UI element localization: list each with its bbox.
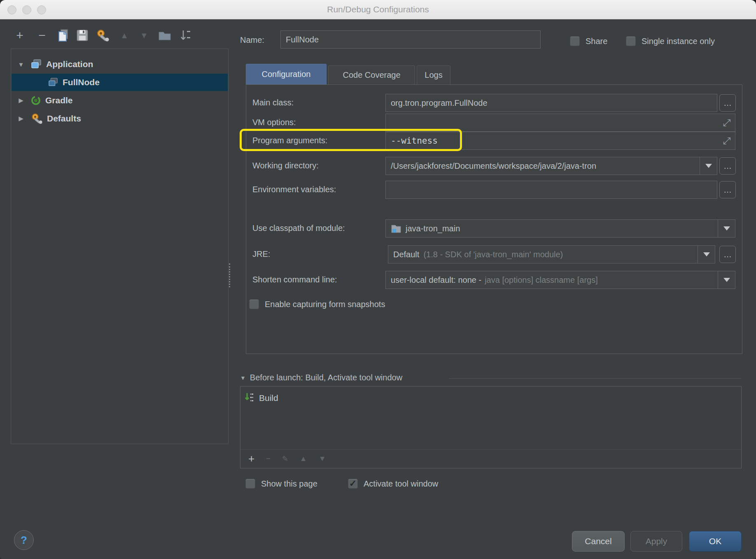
jre-browse-button[interactable]: … [719,246,736,263]
tree-item-label: FullNode [63,77,100,87]
name-input[interactable]: FullNode [280,30,541,49]
more-icon: … [723,250,732,259]
run-debug-configurations-dialog: Run/Debug Configurations + − [0,0,756,559]
chevron-down-icon [703,252,710,256]
move-down-button[interactable]: ▼ [137,27,152,44]
snapshots-label: Enable capturing form snapshots [265,300,385,309]
working-directory-dropdown-button[interactable] [700,157,717,175]
chevron-down-icon [723,278,730,282]
shorten-command-line-combobox[interactable]: user-local default: none - java [options… [385,271,735,289]
minus-icon: − [38,29,46,42]
share-label: Share [586,37,607,46]
tab-code-coverage[interactable]: Code Coverage [328,65,415,84]
name-label: Name: [240,35,264,45]
activate-tool-window-checkbox[interactable]: ✓ [348,479,358,489]
working-directory-browse-button[interactable]: … [719,157,736,175]
plus-icon: + [16,29,23,42]
main-class-browse-button[interactable]: … [719,94,736,112]
show-this-page-label: Show this page [261,479,317,489]
main-class-label: Main class: [252,98,294,107]
window-title: Run/Debug Configurations [0,0,756,19]
before-launch-item-build[interactable]: Build [241,390,741,406]
sort-az-icon [179,29,191,42]
snapshots-checkbox[interactable] [249,299,259,309]
single-instance-label: Single instance only [642,37,715,46]
tree-item-label: Application [46,59,93,69]
shorten-value-hint: java [options] classname [args] [485,275,598,285]
activate-tool-window-label: Activate tool window [364,479,438,489]
tab-label: Logs [425,70,442,80]
tree-item-defaults[interactable]: ▶ Defaults [12,110,228,127]
use-classpath-dropdown-button[interactable] [718,220,735,237]
cancel-label: Cancel [585,536,611,546]
share-option: Share [570,36,607,46]
program-arguments-input[interactable]: --witness ⤢ [385,132,735,150]
vm-options-input[interactable]: ⤢ [385,114,735,132]
expand-field-icon[interactable]: ⤢ [723,135,731,147]
share-checkbox[interactable] [570,36,580,46]
ok-button[interactable]: OK [689,531,742,552]
edit-task-button[interactable]: ✎ [282,454,288,464]
tree-item-application[interactable]: ▼ Application [12,56,228,73]
environment-variables-input[interactable] [385,181,717,199]
jre-value: Default [393,250,419,259]
jre-dropdown-button[interactable] [698,246,715,263]
build-icon [245,392,254,404]
defaults-gear-icon [30,113,43,124]
environment-variables-label: Environment variables: [252,185,336,194]
cancel-button[interactable]: Cancel [572,531,625,552]
tree-item-gradle[interactable]: ▶ Gradle [12,92,228,109]
copy-configuration-button[interactable] [56,27,71,44]
tree-item-label: Gradle [45,95,73,105]
expand-arrow-icon[interactable]: ▶ [17,115,25,122]
show-this-page-option: Show this page [245,479,317,489]
save-configuration-button[interactable] [75,27,90,44]
expand-arrow-icon[interactable]: ▶ [17,97,25,104]
create-folder-button[interactable] [156,27,173,44]
main-class-input[interactable]: org.tron.program.FullNode [385,94,717,112]
show-this-page-checkbox[interactable] [245,479,255,489]
move-task-down-button[interactable]: ▼ [319,454,326,463]
question-mark-icon: ? [21,534,27,547]
more-icon: … [723,98,732,108]
use-classpath-label: Use classpath of module: [252,224,345,233]
copy-icon [57,29,70,42]
tab-label: Configuration [262,70,311,79]
folder-icon [158,30,171,41]
shorten-dropdown-button[interactable] [718,271,735,289]
more-icon: … [723,161,732,171]
application-icon [48,77,58,87]
help-button[interactable]: ? [14,530,34,550]
tab-label: Code Coverage [343,70,400,80]
move-task-up-button[interactable]: ▲ [300,454,307,463]
collapse-arrow-icon[interactable]: ▼ [17,61,25,68]
add-configuration-button[interactable]: + [12,27,27,44]
more-icon: … [723,185,732,195]
tab-logs[interactable]: Logs [417,65,450,84]
apply-button[interactable]: Apply [630,531,682,552]
before-launch-header[interactable]: ▼ Before launch: Build, Activate tool wi… [240,373,402,382]
remove-configuration-button[interactable]: − [35,27,49,44]
environment-variables-browse-button[interactable]: … [719,181,736,198]
move-down-icon: ▼ [140,29,148,42]
main-class-value: org.tron.program.FullNode [391,98,488,108]
tree-item-fullnode[interactable]: FullNode [12,74,228,91]
expand-field-icon[interactable]: ⤢ [723,117,731,128]
tab-configuration[interactable]: Configuration [246,64,327,84]
use-classpath-value: java-tron_main [406,224,460,233]
working-directory-input[interactable]: /Users/jackforest/Documents/workspace/ja… [385,157,717,175]
edit-defaults-button[interactable] [94,27,111,44]
move-up-button[interactable]: ▲ [117,27,132,44]
jre-label: JRE: [252,249,270,259]
sort-configurations-button[interactable] [177,27,194,44]
use-classpath-combobox[interactable]: java-tron_main [385,219,735,238]
shorten-command-line-label: Shorten command line: [252,275,337,284]
single-instance-checkbox[interactable] [626,36,636,46]
remove-task-button[interactable]: − [266,454,271,463]
add-task-button[interactable]: + [248,452,254,465]
jre-combobox[interactable]: Default (1.8 - SDK of 'java-tron_main' m… [388,245,715,263]
shorten-value: user-local default: none - [391,275,481,285]
chevron-down-icon [723,226,730,231]
program-arguments-label: Program arguments: [252,136,327,145]
panel-splitter-handle[interactable] [229,263,230,287]
